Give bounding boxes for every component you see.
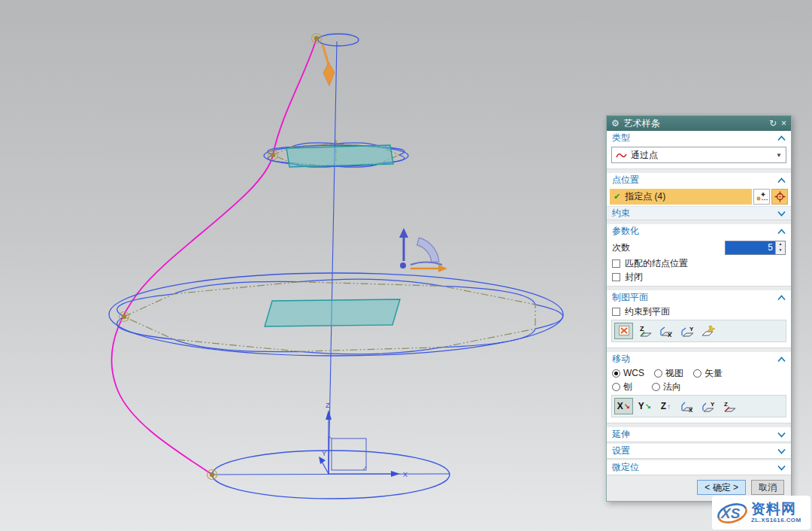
y-arrow-icon: ↘	[645, 402, 651, 411]
move-z-button[interactable]: Z ↑	[656, 398, 675, 414]
watermark-logo: XS 资料网 ZL.XS1616.COM	[712, 496, 810, 529]
constrain-to-plane-label: 约束到平面	[625, 305, 670, 318]
dialog-titlebar[interactable]: ⚙ 艺术样条 ↻ ×	[607, 116, 791, 131]
cancel-button[interactable]: 取消	[751, 480, 784, 495]
svg-text:Z: Z	[724, 401, 728, 408]
z-axis-arrow[interactable]	[326, 410, 332, 420]
x-axis-label: X	[403, 471, 408, 478]
extension-section-header[interactable]: 延伸	[607, 427, 791, 441]
handle-rotate-ring[interactable]	[417, 238, 439, 262]
drag-handle-shaft[interactable]	[323, 44, 329, 65]
micro-positioning-header-label: 微定位	[612, 461, 639, 474]
chevron-up-icon[interactable]	[777, 135, 786, 141]
chevron-down-icon[interactable]	[777, 211, 786, 217]
micro-positioning-group: 微定位	[607, 460, 791, 475]
move-xy-plane-button[interactable]: Z	[720, 398, 738, 414]
view-radio[interactable]	[654, 369, 662, 378]
micro-positioning-section-header[interactable]: 微定位	[607, 460, 791, 475]
point-marker-2[interactable]	[271, 153, 275, 157]
middle-datum-plane[interactable]	[265, 299, 400, 326]
param-section-header[interactable]: 参数化	[607, 224, 791, 238]
chevron-down-icon[interactable]	[777, 448, 786, 454]
view-plane-button[interactable]	[614, 323, 633, 339]
svg-text:XS: XS	[720, 505, 741, 521]
svg-text:Y: Y	[710, 401, 715, 408]
plane-radio[interactable]	[612, 383, 620, 391]
handle-origin-dot[interactable]	[400, 262, 406, 269]
svg-text:X: X	[668, 332, 672, 338]
spline-axis-line[interactable]	[329, 41, 337, 474]
move-y-button[interactable]: Y ↘	[635, 398, 654, 414]
spline-icon	[616, 151, 627, 159]
point-dialog-button[interactable]	[753, 189, 770, 205]
point-location-group: 点位置 ✔ 指定点 (4)	[607, 173, 791, 220]
point-section-header[interactable]: 点位置	[607, 173, 791, 187]
point-marker-4[interactable]	[210, 472, 214, 477]
top-circle-curve[interactable]	[318, 34, 359, 46]
point-constructor-button[interactable]	[771, 189, 788, 205]
chevron-up-icon[interactable]	[777, 229, 786, 235]
specify-point-label: 指定点 (4)	[625, 190, 665, 203]
studio-spline-curve[interactable]	[111, 38, 317, 475]
plane-dialog-button[interactable]	[698, 323, 717, 339]
close-icon[interactable]: ×	[781, 119, 786, 128]
wcs-radio[interactable]	[612, 369, 620, 378]
chevron-up-icon[interactable]	[777, 295, 786, 301]
yc-plane-button[interactable]: Y	[677, 323, 696, 339]
constraint-label: 约束	[612, 207, 630, 220]
constraint-subsection-header[interactable]: 约束	[607, 206, 791, 220]
type-dropdown[interactable]: 通过点 ▼	[611, 147, 786, 163]
x-axis-arrow[interactable]	[391, 471, 400, 477]
upper-datum-plane[interactable]	[286, 145, 393, 167]
ok-button[interactable]: < 确定 >	[697, 480, 746, 495]
move-header-label: 移动	[612, 353, 630, 366]
specify-point-field[interactable]: ✔ 指定点 (4)	[610, 189, 752, 205]
type-section-header[interactable]: 类型	[607, 131, 791, 145]
point-marker-3[interactable]	[122, 314, 126, 319]
point-header-label: 点位置	[612, 174, 639, 187]
watermark-name: 资料网	[751, 502, 796, 516]
orientation-handle[interactable]	[399, 228, 447, 272]
zc-plane-button[interactable]: Z	[635, 323, 654, 339]
wcs-triad[interactable]	[319, 410, 400, 477]
move-section-header[interactable]: 移动	[607, 352, 791, 366]
move-zx-plane-button[interactable]: Y	[698, 398, 717, 414]
point-dialog-icon	[756, 191, 768, 202]
closed-checkbox[interactable]	[612, 273, 620, 281]
plane-header-label: 制图平面	[612, 291, 648, 304]
gear-icon[interactable]: ⚙	[611, 119, 620, 128]
handle-z-arrow[interactable]	[399, 228, 408, 238]
z-axis-label: Z	[326, 402, 330, 409]
reset-icon[interactable]: ↻	[769, 119, 777, 128]
settings-group: 设置	[607, 444, 791, 459]
chevron-up-icon[interactable]	[777, 178, 786, 184]
spin-up-icon[interactable]: ▲	[776, 241, 785, 248]
chevron-up-icon[interactable]	[777, 357, 786, 363]
move-x-button[interactable]: X ↘	[614, 398, 633, 414]
drag-handle-arrow[interactable]	[323, 62, 335, 86]
degree-spinbox[interactable]: 5 ▲ ▼	[725, 241, 786, 255]
chevron-down-icon[interactable]	[777, 465, 786, 471]
vector-radio-label: 矢量	[704, 367, 723, 380]
xc-plane-button[interactable]: X	[656, 323, 675, 339]
dropdown-arrow-icon[interactable]: ▼	[776, 152, 782, 159]
vector-radio[interactable]	[693, 369, 701, 378]
type-dropdown-value: 通过点	[631, 149, 772, 162]
svg-text:X: X	[689, 407, 693, 413]
point-marker-1[interactable]	[314, 36, 319, 41]
chevron-down-icon[interactable]	[777, 432, 786, 438]
spin-down-icon[interactable]: ▼	[776, 247, 785, 254]
y-axis-label: Y	[322, 450, 326, 457]
match-knots-label: 匹配的结点位置	[625, 257, 688, 270]
move-yz-plane-button[interactable]: X	[677, 398, 696, 414]
normal-radio[interactable]	[652, 383, 660, 391]
constrain-to-plane-checkbox[interactable]	[612, 308, 620, 316]
settings-section-header[interactable]: 设置	[607, 444, 791, 458]
plane-section-header[interactable]: 制图平面	[607, 290, 791, 305]
extension-header-label: 延伸	[612, 428, 630, 441]
degree-value[interactable]: 5	[726, 241, 775, 254]
parameterization-group: 参数化 次数 5 ▲ ▼ 匹配的结点位置 封闭	[607, 224, 791, 287]
studio-spline-dialog: ⚙ 艺术样条 ↻ × 类型 通过点 ▼ 点位置 ✔ 指定点 (4)	[606, 115, 792, 502]
handle-x-arrow[interactable]	[438, 265, 447, 272]
match-knots-checkbox[interactable]	[612, 259, 620, 268]
